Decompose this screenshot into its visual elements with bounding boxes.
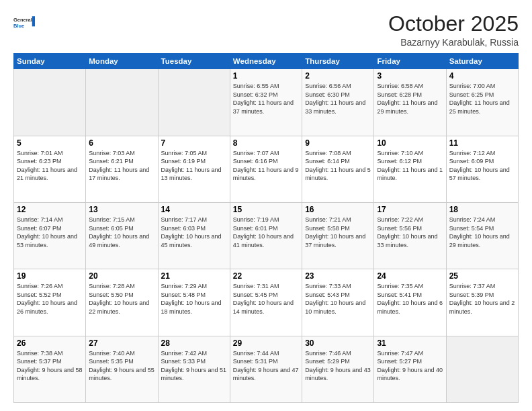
table-row [158, 69, 230, 136]
table-row: 19 Sunrise: 7:26 AM Sunset: 5:52 PM Dayl… [14, 269, 86, 336]
table-row: 23 Sunrise: 7:33 AM Sunset: 5:43 PM Dayl… [302, 269, 374, 336]
cell-info: Sunrise: 6:58 AM Sunset: 6:28 PM Dayligh… [377, 82, 443, 116]
col-wednesday: Wednesday [230, 54, 302, 69]
cell-info: Sunrise: 7:17 AM Sunset: 6:03 PM Dayligh… [161, 216, 227, 249]
cell-day-number: 2 [305, 71, 371, 81]
cell-day-number: 15 [233, 205, 299, 214]
cell-day-number: 28 [161, 338, 227, 348]
cell-info: Sunrise: 7:00 AM Sunset: 6:25 PM Dayligh… [449, 82, 515, 116]
table-row: 31 Sunrise: 7:47 AM Sunset: 5:27 PM Dayl… [374, 336, 446, 402]
cell-day-number: 17 [377, 205, 443, 214]
table-row: 21 Sunrise: 7:29 AM Sunset: 5:48 PM Dayl… [158, 269, 230, 336]
cell-day-number: 24 [377, 271, 443, 281]
calendar-page: General Blue October 2025 Bazarnyy Karab… [0, 0, 532, 411]
cell-info: Sunrise: 7:47 AM Sunset: 5:27 PM Dayligh… [377, 349, 443, 383]
table-row: 9 Sunrise: 7:08 AM Sunset: 6:14 PM Dayli… [302, 136, 374, 202]
cell-day-number: 7 [161, 138, 227, 148]
cell-info: Sunrise: 7:35 AM Sunset: 5:41 PM Dayligh… [377, 282, 443, 316]
cell-day-number: 14 [161, 205, 227, 214]
table-row: 24 Sunrise: 7:35 AM Sunset: 5:41 PM Dayl… [374, 269, 446, 336]
svg-text:Blue: Blue [13, 23, 24, 29]
table-row: 14 Sunrise: 7:17 AM Sunset: 6:03 PM Dayl… [158, 202, 230, 269]
header-row: Sunday Monday Tuesday Wednesday Thursday… [14, 54, 519, 69]
table-row: 6 Sunrise: 7:03 AM Sunset: 6:21 PM Dayli… [86, 136, 158, 202]
cell-info: Sunrise: 7:07 AM Sunset: 6:16 PM Dayligh… [233, 149, 299, 183]
cell-info: Sunrise: 7:03 AM Sunset: 6:21 PM Dayligh… [89, 149, 154, 183]
svg-marker-3 [32, 16, 35, 26]
cell-day-number: 25 [449, 271, 515, 281]
cell-day-number: 16 [305, 205, 371, 214]
cell-day-number: 23 [305, 271, 371, 281]
cell-info: Sunrise: 7:37 AM Sunset: 5:39 PM Dayligh… [449, 282, 515, 316]
col-monday: Monday [86, 54, 158, 69]
calendar-week-3: 12 Sunrise: 7:14 AM Sunset: 6:07 PM Dayl… [14, 202, 519, 269]
cell-info: Sunrise: 7:42 AM Sunset: 5:33 PM Dayligh… [161, 349, 227, 383]
table-row: 16 Sunrise: 7:21 AM Sunset: 5:58 PM Dayl… [302, 202, 374, 269]
table-row: 13 Sunrise: 7:15 AM Sunset: 6:05 PM Dayl… [86, 202, 158, 269]
table-row: 7 Sunrise: 7:05 AM Sunset: 6:19 PM Dayli… [158, 136, 230, 202]
table-row: 28 Sunrise: 7:42 AM Sunset: 5:33 PM Dayl… [158, 336, 230, 402]
title-block: October 2025 Bazarnyy Karabulak, Russia [388, 12, 519, 48]
table-row: 11 Sunrise: 7:12 AM Sunset: 6:09 PM Dayl… [446, 136, 518, 202]
table-row: 3 Sunrise: 6:58 AM Sunset: 6:28 PM Dayli… [374, 69, 446, 136]
table-row: 1 Sunrise: 6:55 AM Sunset: 6:32 PM Dayli… [230, 69, 302, 136]
table-row [86, 69, 158, 136]
calendar-body: 1 Sunrise: 6:55 AM Sunset: 6:32 PM Dayli… [14, 69, 519, 403]
table-row: 25 Sunrise: 7:37 AM Sunset: 5:39 PM Dayl… [446, 269, 518, 336]
table-row: 8 Sunrise: 7:07 AM Sunset: 6:16 PM Dayli… [230, 136, 302, 202]
cell-day-number: 19 [17, 271, 83, 281]
cell-info: Sunrise: 7:26 AM Sunset: 5:52 PM Dayligh… [17, 282, 83, 316]
calendar-week-4: 19 Sunrise: 7:26 AM Sunset: 5:52 PM Dayl… [14, 269, 519, 336]
cell-info: Sunrise: 7:10 AM Sunset: 6:12 PM Dayligh… [377, 149, 443, 183]
cell-day-number: 10 [377, 138, 443, 148]
cell-info: Sunrise: 7:46 AM Sunset: 5:29 PM Dayligh… [305, 349, 371, 383]
logo-svg: General Blue [13, 12, 35, 34]
table-row: 5 Sunrise: 7:01 AM Sunset: 6:23 PM Dayli… [14, 136, 86, 202]
cell-info: Sunrise: 7:40 AM Sunset: 5:35 PM Dayligh… [89, 349, 154, 383]
cell-info: Sunrise: 7:38 AM Sunset: 5:37 PM Dayligh… [17, 349, 83, 383]
cell-day-number: 8 [233, 138, 299, 148]
table-row: 27 Sunrise: 7:40 AM Sunset: 5:35 PM Dayl… [86, 336, 158, 402]
col-thursday: Thursday [302, 54, 374, 69]
cell-day-number: 4 [449, 71, 515, 81]
cell-info: Sunrise: 7:21 AM Sunset: 5:58 PM Dayligh… [305, 216, 371, 249]
calendar-week-1: 1 Sunrise: 6:55 AM Sunset: 6:32 PM Dayli… [14, 69, 519, 136]
col-saturday: Saturday [446, 54, 518, 69]
cell-day-number: 21 [161, 271, 227, 281]
calendar-week-5: 26 Sunrise: 7:38 AM Sunset: 5:37 PM Dayl… [14, 336, 519, 402]
cell-day-number: 22 [233, 271, 299, 281]
cell-day-number: 9 [305, 138, 371, 148]
cell-info: Sunrise: 6:55 AM Sunset: 6:32 PM Dayligh… [233, 82, 299, 116]
cell-day-number: 3 [377, 71, 443, 81]
svg-text:General: General [13, 17, 32, 23]
cell-day-number: 26 [17, 338, 83, 348]
cell-day-number: 20 [89, 271, 154, 281]
cell-day-number: 31 [377, 338, 443, 348]
cell-day-number: 18 [449, 205, 515, 214]
col-friday: Friday [374, 54, 446, 69]
col-sunday: Sunday [14, 54, 86, 69]
cell-day-number: 5 [17, 138, 83, 148]
table-row: 26 Sunrise: 7:38 AM Sunset: 5:37 PM Dayl… [14, 336, 86, 402]
table-row: 17 Sunrise: 7:22 AM Sunset: 5:56 PM Dayl… [374, 202, 446, 269]
cell-day-number: 27 [89, 338, 154, 348]
cell-info: Sunrise: 7:28 AM Sunset: 5:50 PM Dayligh… [89, 282, 154, 316]
logo: General Blue [13, 12, 35, 34]
cell-day-number: 13 [89, 205, 154, 214]
cell-info: Sunrise: 7:31 AM Sunset: 5:45 PM Dayligh… [233, 282, 299, 316]
table-row: 15 Sunrise: 7:19 AM Sunset: 6:01 PM Dayl… [230, 202, 302, 269]
col-tuesday: Tuesday [158, 54, 230, 69]
cell-info: Sunrise: 7:12 AM Sunset: 6:09 PM Dayligh… [449, 149, 515, 183]
table-row: 10 Sunrise: 7:10 AM Sunset: 6:12 PM Dayl… [374, 136, 446, 202]
table-row: 4 Sunrise: 7:00 AM Sunset: 6:25 PM Dayli… [446, 69, 518, 136]
cell-day-number: 6 [89, 138, 154, 148]
cell-info: Sunrise: 7:01 AM Sunset: 6:23 PM Dayligh… [17, 149, 83, 183]
cell-info: Sunrise: 7:29 AM Sunset: 5:48 PM Dayligh… [161, 282, 227, 316]
table-row [446, 336, 518, 402]
cell-info: Sunrise: 7:15 AM Sunset: 6:05 PM Dayligh… [89, 216, 154, 249]
cell-day-number: 11 [449, 138, 515, 148]
table-row: 20 Sunrise: 7:28 AM Sunset: 5:50 PM Dayl… [86, 269, 158, 336]
cell-info: Sunrise: 7:19 AM Sunset: 6:01 PM Dayligh… [233, 216, 299, 249]
cell-day-number: 1 [233, 71, 299, 81]
calendar-subtitle: Bazarnyy Karabulak, Russia [388, 37, 519, 48]
